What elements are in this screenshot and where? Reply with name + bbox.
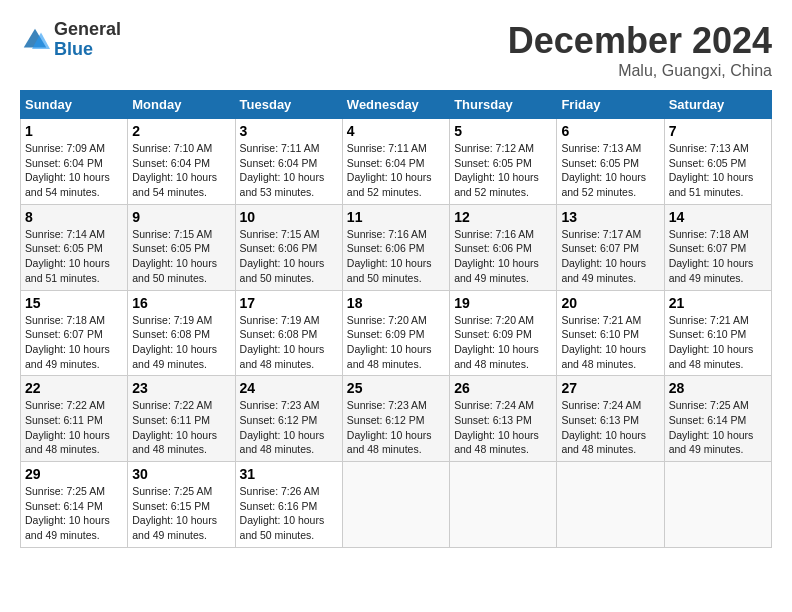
calendar-cell: 7Sunrise: 7:13 AMSunset: 6:05 PMDaylight…	[664, 119, 771, 205]
calendar-cell: 14Sunrise: 7:18 AMSunset: 6:07 PMDayligh…	[664, 204, 771, 290]
calendar-cell: 23Sunrise: 7:22 AMSunset: 6:11 PMDayligh…	[128, 376, 235, 462]
day-detail: Sunrise: 7:19 AMSunset: 6:08 PMDaylight:…	[132, 313, 230, 372]
day-detail: Sunrise: 7:13 AMSunset: 6:05 PMDaylight:…	[669, 141, 767, 200]
calendar-week-2: 8Sunrise: 7:14 AMSunset: 6:05 PMDaylight…	[21, 204, 772, 290]
day-detail: Sunrise: 7:25 AMSunset: 6:14 PMDaylight:…	[25, 484, 123, 543]
calendar-cell: 20Sunrise: 7:21 AMSunset: 6:10 PMDayligh…	[557, 290, 664, 376]
day-number: 21	[669, 295, 767, 311]
day-detail: Sunrise: 7:25 AMSunset: 6:14 PMDaylight:…	[669, 398, 767, 457]
logo-blue: Blue	[54, 40, 121, 60]
calendar-cell: 4Sunrise: 7:11 AMSunset: 6:04 PMDaylight…	[342, 119, 449, 205]
day-number: 2	[132, 123, 230, 139]
weekday-header-tuesday: Tuesday	[235, 91, 342, 119]
day-detail: Sunrise: 7:18 AMSunset: 6:07 PMDaylight:…	[669, 227, 767, 286]
calendar-cell: 5Sunrise: 7:12 AMSunset: 6:05 PMDaylight…	[450, 119, 557, 205]
day-number: 13	[561, 209, 659, 225]
day-number: 31	[240, 466, 338, 482]
logo-icon	[20, 25, 50, 55]
calendar-cell: 25Sunrise: 7:23 AMSunset: 6:12 PMDayligh…	[342, 376, 449, 462]
day-number: 3	[240, 123, 338, 139]
calendar-week-3: 15Sunrise: 7:18 AMSunset: 6:07 PMDayligh…	[21, 290, 772, 376]
calendar-cell	[664, 462, 771, 548]
day-detail: Sunrise: 7:09 AMSunset: 6:04 PMDaylight:…	[25, 141, 123, 200]
day-detail: Sunrise: 7:22 AMSunset: 6:11 PMDaylight:…	[25, 398, 123, 457]
day-detail: Sunrise: 7:20 AMSunset: 6:09 PMDaylight:…	[347, 313, 445, 372]
day-detail: Sunrise: 7:26 AMSunset: 6:16 PMDaylight:…	[240, 484, 338, 543]
calendar-cell: 12Sunrise: 7:16 AMSunset: 6:06 PMDayligh…	[450, 204, 557, 290]
day-number: 10	[240, 209, 338, 225]
weekday-header-wednesday: Wednesday	[342, 91, 449, 119]
day-detail: Sunrise: 7:15 AMSunset: 6:05 PMDaylight:…	[132, 227, 230, 286]
month-title: December 2024	[508, 20, 772, 62]
day-detail: Sunrise: 7:10 AMSunset: 6:04 PMDaylight:…	[132, 141, 230, 200]
calendar-cell: 19Sunrise: 7:20 AMSunset: 6:09 PMDayligh…	[450, 290, 557, 376]
page-header: General Blue December 2024 Malu, Guangxi…	[20, 20, 772, 80]
calendar-week-5: 29Sunrise: 7:25 AMSunset: 6:14 PMDayligh…	[21, 462, 772, 548]
day-detail: Sunrise: 7:23 AMSunset: 6:12 PMDaylight:…	[347, 398, 445, 457]
calendar-cell: 11Sunrise: 7:16 AMSunset: 6:06 PMDayligh…	[342, 204, 449, 290]
day-number: 18	[347, 295, 445, 311]
weekday-header-monday: Monday	[128, 91, 235, 119]
day-number: 14	[669, 209, 767, 225]
weekday-header-row: SundayMondayTuesdayWednesdayThursdayFrid…	[21, 91, 772, 119]
calendar-cell: 26Sunrise: 7:24 AMSunset: 6:13 PMDayligh…	[450, 376, 557, 462]
day-detail: Sunrise: 7:16 AMSunset: 6:06 PMDaylight:…	[454, 227, 552, 286]
calendar-table: SundayMondayTuesdayWednesdayThursdayFrid…	[20, 90, 772, 548]
day-detail: Sunrise: 7:15 AMSunset: 6:06 PMDaylight:…	[240, 227, 338, 286]
calendar-cell: 16Sunrise: 7:19 AMSunset: 6:08 PMDayligh…	[128, 290, 235, 376]
day-number: 6	[561, 123, 659, 139]
day-number: 16	[132, 295, 230, 311]
day-detail: Sunrise: 7:20 AMSunset: 6:09 PMDaylight:…	[454, 313, 552, 372]
calendar-cell: 1Sunrise: 7:09 AMSunset: 6:04 PMDaylight…	[21, 119, 128, 205]
day-number: 11	[347, 209, 445, 225]
day-number: 23	[132, 380, 230, 396]
calendar-cell: 29Sunrise: 7:25 AMSunset: 6:14 PMDayligh…	[21, 462, 128, 548]
day-number: 29	[25, 466, 123, 482]
day-detail: Sunrise: 7:16 AMSunset: 6:06 PMDaylight:…	[347, 227, 445, 286]
calendar-cell	[450, 462, 557, 548]
calendar-cell: 18Sunrise: 7:20 AMSunset: 6:09 PMDayligh…	[342, 290, 449, 376]
day-detail: Sunrise: 7:24 AMSunset: 6:13 PMDaylight:…	[561, 398, 659, 457]
day-number: 27	[561, 380, 659, 396]
day-number: 8	[25, 209, 123, 225]
day-detail: Sunrise: 7:11 AMSunset: 6:04 PMDaylight:…	[240, 141, 338, 200]
day-number: 19	[454, 295, 552, 311]
weekday-header-saturday: Saturday	[664, 91, 771, 119]
calendar-cell: 30Sunrise: 7:25 AMSunset: 6:15 PMDayligh…	[128, 462, 235, 548]
day-detail: Sunrise: 7:18 AMSunset: 6:07 PMDaylight:…	[25, 313, 123, 372]
day-number: 9	[132, 209, 230, 225]
weekday-header-thursday: Thursday	[450, 91, 557, 119]
calendar-week-1: 1Sunrise: 7:09 AMSunset: 6:04 PMDaylight…	[21, 119, 772, 205]
calendar-cell: 21Sunrise: 7:21 AMSunset: 6:10 PMDayligh…	[664, 290, 771, 376]
day-number: 7	[669, 123, 767, 139]
calendar-cell: 24Sunrise: 7:23 AMSunset: 6:12 PMDayligh…	[235, 376, 342, 462]
logo-text: General Blue	[54, 20, 121, 60]
calendar-cell: 28Sunrise: 7:25 AMSunset: 6:14 PMDayligh…	[664, 376, 771, 462]
day-number: 30	[132, 466, 230, 482]
day-detail: Sunrise: 7:13 AMSunset: 6:05 PMDaylight:…	[561, 141, 659, 200]
calendar-cell: 6Sunrise: 7:13 AMSunset: 6:05 PMDaylight…	[557, 119, 664, 205]
calendar-cell: 17Sunrise: 7:19 AMSunset: 6:08 PMDayligh…	[235, 290, 342, 376]
day-detail: Sunrise: 7:25 AMSunset: 6:15 PMDaylight:…	[132, 484, 230, 543]
calendar-cell	[342, 462, 449, 548]
day-number: 5	[454, 123, 552, 139]
calendar-week-4: 22Sunrise: 7:22 AMSunset: 6:11 PMDayligh…	[21, 376, 772, 462]
day-detail: Sunrise: 7:22 AMSunset: 6:11 PMDaylight:…	[132, 398, 230, 457]
weekday-header-sunday: Sunday	[21, 91, 128, 119]
logo-general: General	[54, 20, 121, 40]
logo: General Blue	[20, 20, 121, 60]
day-number: 20	[561, 295, 659, 311]
calendar-cell: 31Sunrise: 7:26 AMSunset: 6:16 PMDayligh…	[235, 462, 342, 548]
day-detail: Sunrise: 7:12 AMSunset: 6:05 PMDaylight:…	[454, 141, 552, 200]
weekday-header-friday: Friday	[557, 91, 664, 119]
day-number: 22	[25, 380, 123, 396]
day-detail: Sunrise: 7:17 AMSunset: 6:07 PMDaylight:…	[561, 227, 659, 286]
day-number: 1	[25, 123, 123, 139]
calendar-cell: 2Sunrise: 7:10 AMSunset: 6:04 PMDaylight…	[128, 119, 235, 205]
day-detail: Sunrise: 7:24 AMSunset: 6:13 PMDaylight:…	[454, 398, 552, 457]
calendar-cell: 15Sunrise: 7:18 AMSunset: 6:07 PMDayligh…	[21, 290, 128, 376]
day-number: 15	[25, 295, 123, 311]
calendar-cell: 8Sunrise: 7:14 AMSunset: 6:05 PMDaylight…	[21, 204, 128, 290]
day-detail: Sunrise: 7:19 AMSunset: 6:08 PMDaylight:…	[240, 313, 338, 372]
day-number: 17	[240, 295, 338, 311]
